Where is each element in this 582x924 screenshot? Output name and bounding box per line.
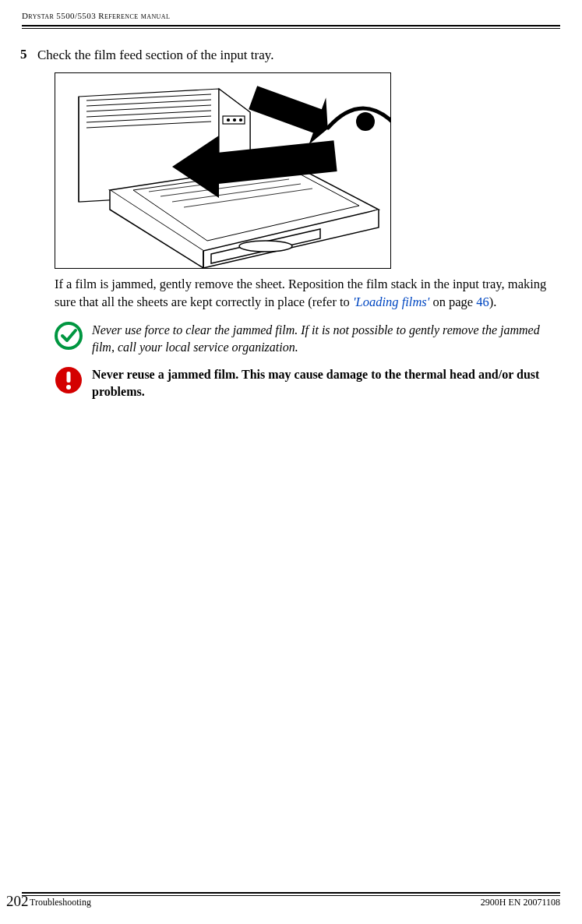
step-row: 5 Check the film feed section of the inp… bbox=[37, 47, 551, 65]
body-text-mid: on page bbox=[429, 294, 476, 309]
footer-rule bbox=[22, 892, 560, 896]
footer-section: Troubleshooting bbox=[30, 897, 91, 908]
svg-point-4 bbox=[239, 241, 292, 252]
footer-doc-id: 2900H EN 20071108 bbox=[481, 897, 560, 908]
page-number: 202 bbox=[6, 893, 29, 910]
link-loading-films[interactable]: 'Loading films' bbox=[353, 294, 429, 309]
header-rule bbox=[22, 25, 560, 29]
step-number: 5 bbox=[20, 47, 37, 62]
note-ok-text: Never use force to clear the jammed film… bbox=[92, 322, 551, 355]
running-head: Drystar 5500/5503 Reference manual bbox=[22, 11, 170, 20]
svg-point-1 bbox=[228, 118, 230, 121]
page-content: 5 Check the film feed section of the inp… bbox=[37, 47, 551, 405]
note-ok-callout: Never use force to clear the jammed film… bbox=[55, 322, 551, 355]
body-text-post: ). bbox=[489, 294, 497, 309]
svg-rect-10 bbox=[67, 372, 71, 383]
note-warning-callout: Never reuse a jammed film. This may caus… bbox=[55, 366, 551, 400]
svg-point-8 bbox=[56, 323, 81, 348]
note-warning-text: Never reuse a jammed film. This may caus… bbox=[92, 366, 551, 400]
svg-point-2 bbox=[234, 118, 236, 121]
step-instruction: Check the film feed section of the input… bbox=[37, 47, 273, 65]
svg-point-11 bbox=[66, 385, 71, 390]
body-paragraph: If a film is jammed, gently remove the s… bbox=[55, 275, 551, 311]
printer-tray-illustration bbox=[55, 73, 390, 268]
exclamation-circle-icon bbox=[55, 366, 83, 394]
figure-input-tray bbox=[55, 72, 391, 269]
link-page-number[interactable]: 46 bbox=[476, 294, 489, 309]
svg-point-7 bbox=[356, 112, 375, 131]
svg-point-3 bbox=[240, 118, 242, 121]
checkmark-circle-icon bbox=[55, 322, 83, 350]
